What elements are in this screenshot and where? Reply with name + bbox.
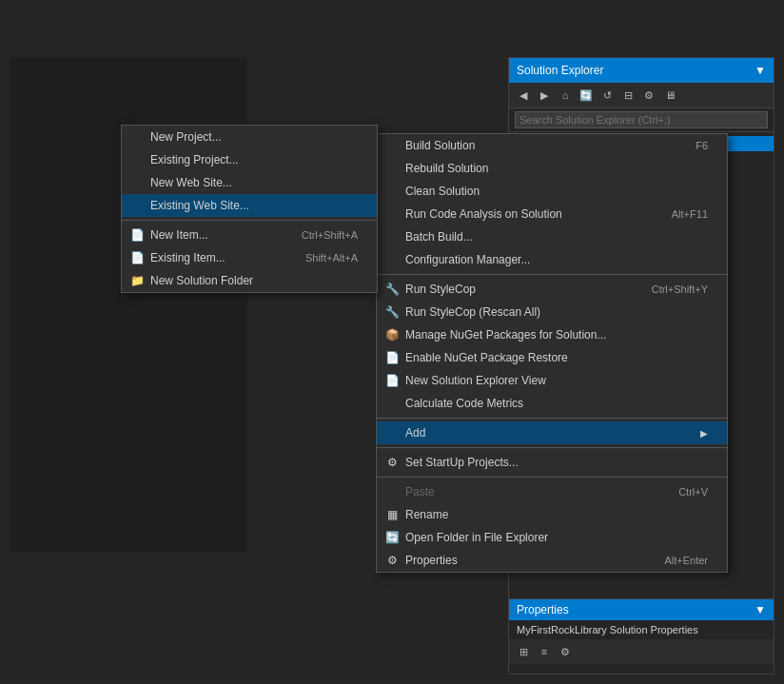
menu-shortcut: F6 <box>696 140 708 151</box>
solution-explorer-title: Solution Explorer <box>517 64 603 77</box>
menu-label: Properties <box>405 554 458 567</box>
menu-label: Run StyleCop (Rescan All) <box>405 305 540 319</box>
se-search-input[interactable] <box>515 111 768 128</box>
submenu-item-new-project[interactable]: New Project... <box>122 126 377 148</box>
prop-grid-icon[interactable]: ⊞ <box>514 642 533 661</box>
menu-label: Enable NuGet Package Restore <box>405 351 568 364</box>
menu-item-open-folder[interactable]: 🔄 Open Folder in File Explorer <box>377 526 727 549</box>
menu-shortcut: Alt+Enter <box>664 555 708 566</box>
submenu-label: New Web Site... <box>150 176 232 189</box>
menu-label: Add <box>405 426 425 440</box>
menu-label: New Solution Explorer View <box>405 374 546 387</box>
menu-label: Paste <box>405 485 435 498</box>
se-dropdown-icon[interactable]: ▼ <box>755 64 766 77</box>
properties-panel: Properties ▼ MyFirstRockLibrary Solution… <box>508 598 774 674</box>
se-forward-btn[interactable]: ▶ <box>535 86 554 105</box>
menu-item-batch-build[interactable]: Batch Build... <box>377 225 727 248</box>
menu-item-run-code-analysis[interactable]: Run Code Analysis on Solution Alt+F11 <box>377 203 727 225</box>
nuget-restore-icon: 📄 <box>384 351 400 364</box>
menu-separator-2 <box>377 418 727 419</box>
submenu-label: New Project... <box>150 130 222 144</box>
menu-label: Calculate Code Metrics <box>405 397 523 410</box>
menu-label: Batch Build... <box>405 230 473 244</box>
submenu-item-new-web-site[interactable]: New Web Site... <box>122 171 377 194</box>
se-collapse-btn[interactable]: ⊟ <box>618 86 637 105</box>
menu-item-properties[interactable]: ⚙ Properties Alt+Enter <box>377 549 727 572</box>
menu-separator-4 <box>377 477 727 478</box>
menu-item-manage-nuget[interactable]: 📦 Manage NuGet Packages for Solution... <box>377 323 727 346</box>
menu-item-rename[interactable]: ▦ Rename <box>377 503 727 526</box>
prop-dropdown-icon[interactable]: ▼ <box>755 603 766 616</box>
prop-list-icon[interactable]: ≡ <box>535 642 554 661</box>
menu-label: Run StyleCop <box>405 283 476 296</box>
menu-item-rebuild-solution[interactable]: Rebuild Solution <box>377 157 727 180</box>
menu-item-clean-solution[interactable]: Clean Solution <box>377 180 727 203</box>
se-settings-btn[interactable]: ⚙ <box>639 86 658 105</box>
menu-separator-3 <box>377 447 727 448</box>
menu-item-enable-nuget[interactable]: 📄 Enable NuGet Package Restore <box>377 346 727 369</box>
submenu-shortcut: Shift+Alt+A <box>305 252 358 264</box>
nuget-icon: 📦 <box>384 328 400 342</box>
properties-content: MyFirstRockLibrary Solution Properties <box>509 620 774 639</box>
menu-label: Rebuild Solution <box>405 162 488 175</box>
se-home-btn[interactable]: ⌂ <box>556 86 575 105</box>
submenu-separator-1 <box>122 220 377 221</box>
menu-item-run-stylecop[interactable]: 🔧 Run StyleCop Ctrl+Shift+Y <box>377 278 727 301</box>
menu-label: Open Folder in File Explorer <box>405 531 548 544</box>
solution-explorer-header: Solution Explorer ▼ <box>509 58 774 83</box>
properties-icon: ⚙ <box>384 554 400 567</box>
menu-label: Configuration Manager... <box>405 253 530 266</box>
menu-shortcut: Alt+F11 <box>672 208 708 220</box>
se-refresh-btn[interactable]: ↺ <box>598 86 617 105</box>
submenu-item-new-item[interactable]: 📄 New Item... Ctrl+Shift+A <box>122 224 377 246</box>
rename-icon: ▦ <box>384 508 400 521</box>
menu-item-config-manager[interactable]: Configuration Manager... <box>377 248 727 271</box>
menu-item-build-solution[interactable]: Build Solution F6 <box>377 134 727 157</box>
submenu-label: Existing Item... <box>150 251 225 264</box>
se-back-btn[interactable]: ◀ <box>514 86 533 105</box>
startup-icon: ⚙ <box>384 456 400 469</box>
menu-label: Build Solution <box>405 139 475 152</box>
new-item-icon: 📄 <box>129 228 145 242</box>
menu-shortcut: Ctrl+Shift+Y <box>652 283 708 295</box>
menu-shortcut: Ctrl+V <box>678 486 708 498</box>
stylecop-rescan-icon: 🔧 <box>384 305 400 319</box>
stylecop-icon: 🔧 <box>384 283 400 296</box>
se-sync-btn[interactable]: 🔄 <box>577 86 596 105</box>
menu-item-run-stylecop-rescan[interactable]: 🔧 Run StyleCop (Rescan All) <box>377 301 727 323</box>
properties-toolbar: ⊞ ≡ ⚙ <box>509 639 774 664</box>
menu-label: Rename <box>405 508 448 521</box>
submenu-item-existing-web-site[interactable]: Existing Web Site... <box>122 194 377 217</box>
submenu-arrow-icon: ▶ <box>700 428 708 439</box>
menu-label: Run Code Analysis on Solution <box>405 207 562 221</box>
submenu-item-existing-item[interactable]: 📄 Existing Item... Shift+Alt+A <box>122 246 377 269</box>
existing-item-icon: 📄 <box>129 251 145 264</box>
se-toolbar: ◀ ▶ ⌂ 🔄 ↺ ⊟ ⚙ 🖥 <box>509 83 774 108</box>
se-view-btn[interactable]: 🖥 <box>660 86 679 105</box>
submenu-label: Existing Project... <box>150 153 239 166</box>
context-menu-main: Build Solution F6 Rebuild Solution Clean… <box>376 133 728 573</box>
menu-item-startup-projects[interactable]: ⚙ Set StartUp Projects... <box>377 451 727 474</box>
menu-separator-1 <box>377 274 727 275</box>
prop-gear-icon[interactable]: ⚙ <box>556 642 575 661</box>
se-search-container <box>509 108 774 132</box>
menu-item-paste[interactable]: Paste Ctrl+V <box>377 480 727 503</box>
submenu-item-new-solution-folder[interactable]: 📁 New Solution Folder <box>122 269 377 292</box>
menu-item-add[interactable]: Add ▶ <box>377 421 727 444</box>
submenu-label: New Solution Folder <box>150 274 253 287</box>
folder-icon: 🔄 <box>384 531 400 544</box>
solution-folder-icon: 📁 <box>129 274 145 287</box>
submenu-label: Existing Web Site... <box>150 199 249 212</box>
submenu-label: New Item... <box>150 228 208 242</box>
menu-item-new-se-view[interactable]: 📄 New Solution Explorer View <box>377 369 727 392</box>
menu-label: Set StartUp Projects... <box>405 456 519 469</box>
submenu-item-existing-project[interactable]: Existing Project... <box>122 148 377 171</box>
submenu-add: New Project... Existing Project... New W… <box>121 125 378 293</box>
se-view-icon: 📄 <box>384 374 400 387</box>
properties-title: Properties <box>517 603 569 616</box>
properties-header: Properties ▼ <box>509 599 774 620</box>
menu-label: Manage NuGet Packages for Solution... <box>405 328 606 342</box>
properties-text: MyFirstRockLibrary Solution Properties <box>517 624 698 635</box>
menu-label: Clean Solution <box>405 185 480 198</box>
menu-item-calc-metrics[interactable]: Calculate Code Metrics <box>377 392 727 415</box>
